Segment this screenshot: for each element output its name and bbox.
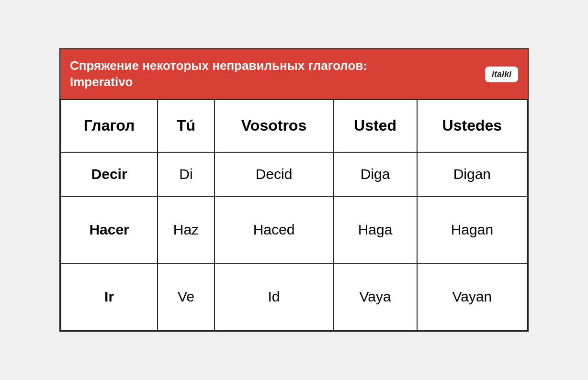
table-header-row: Глагол Tú Vosotros Usted Ustedes <box>61 100 527 152</box>
header: Спряжение некоторых неправильных глаголо… <box>60 49 528 99</box>
conjugation-table: Глагол Tú Vosotros Usted Ustedes Decir D… <box>60 99 528 331</box>
ir-tu: Ve <box>158 263 214 330</box>
col-header-usted: Usted <box>333 100 417 152</box>
ir-usted: Vaya <box>333 263 417 330</box>
title-line1: Спряжение некоторых неправильных глаголо… <box>70 58 367 73</box>
hacer-vosotros: Haced <box>215 196 334 263</box>
decir-vosotros: Decid <box>215 152 334 196</box>
ir-vosotros: Id <box>215 263 334 330</box>
col-header-ustedes: Ustedes <box>417 100 527 152</box>
hacer-tu: Haz <box>158 196 214 263</box>
hacer-ustedes: Hagan <box>417 196 527 263</box>
table-row: Decir Di Decid Diga Digan <box>61 152 527 196</box>
italki-badge: italki <box>485 67 518 82</box>
header-title: Спряжение некоторых неправильных глаголо… <box>70 58 367 90</box>
verb-ir: Ir <box>61 263 158 330</box>
title-line2: Imperativo <box>70 75 133 89</box>
table-row: Ir Ve Id Vaya Vayan <box>61 263 527 330</box>
col-header-verb: Глагол <box>61 100 158 152</box>
table-row: Hacer Haz Haced Haga Hagan <box>61 196 527 263</box>
verb-hacer: Hacer <box>61 196 158 263</box>
decir-ustedes: Digan <box>417 152 527 196</box>
verb-decir: Decir <box>61 152 158 196</box>
main-card: Спряжение некоторых неправильных глаголо… <box>59 48 529 332</box>
ir-ustedes: Vayan <box>417 263 527 330</box>
decir-tu: Di <box>158 152 214 196</box>
decir-usted: Diga <box>333 152 417 196</box>
col-header-tu: Tú <box>158 100 214 152</box>
col-header-vosotros: Vosotros <box>215 100 334 152</box>
hacer-usted: Haga <box>333 196 417 263</box>
